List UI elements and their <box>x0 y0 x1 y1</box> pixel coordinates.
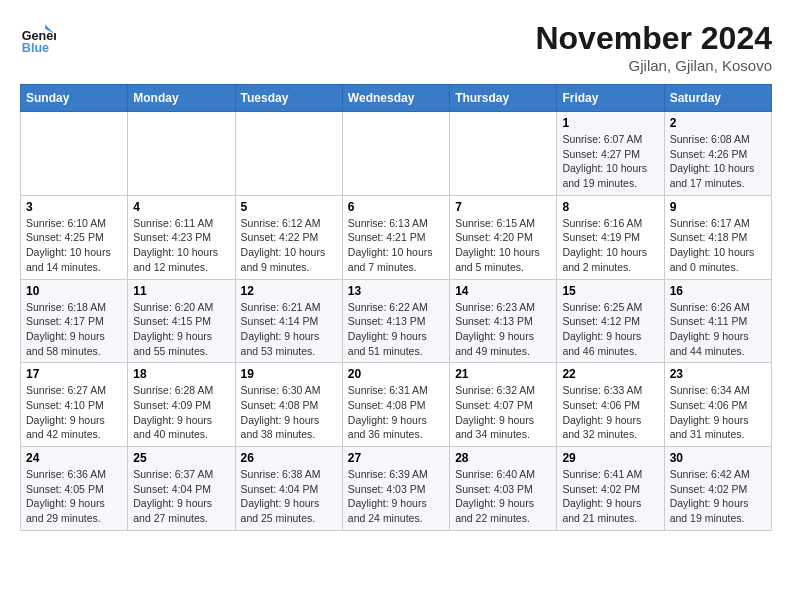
day-detail: Sunrise: 6:10 AM Sunset: 4:25 PM Dayligh… <box>26 216 122 275</box>
calendar-cell: 30Sunrise: 6:42 AM Sunset: 4:02 PM Dayli… <box>664 447 771 531</box>
week-row-4: 17Sunrise: 6:27 AM Sunset: 4:10 PM Dayli… <box>21 363 772 447</box>
calendar-cell: 20Sunrise: 6:31 AM Sunset: 4:08 PM Dayli… <box>342 363 449 447</box>
day-detail: Sunrise: 6:26 AM Sunset: 4:11 PM Dayligh… <box>670 300 766 359</box>
day-number: 25 <box>133 451 229 465</box>
calendar-cell: 18Sunrise: 6:28 AM Sunset: 4:09 PM Dayli… <box>128 363 235 447</box>
day-detail: Sunrise: 6:11 AM Sunset: 4:23 PM Dayligh… <box>133 216 229 275</box>
calendar-cell <box>342 112 449 196</box>
calendar-cell: 15Sunrise: 6:25 AM Sunset: 4:12 PM Dayli… <box>557 279 664 363</box>
day-number: 2 <box>670 116 766 130</box>
day-detail: Sunrise: 6:17 AM Sunset: 4:18 PM Dayligh… <box>670 216 766 275</box>
day-number: 11 <box>133 284 229 298</box>
calendar-cell: 2Sunrise: 6:08 AM Sunset: 4:26 PM Daylig… <box>664 112 771 196</box>
weekday-thursday: Thursday <box>450 85 557 112</box>
calendar-cell: 5Sunrise: 6:12 AM Sunset: 4:22 PM Daylig… <box>235 195 342 279</box>
day-detail: Sunrise: 6:32 AM Sunset: 4:07 PM Dayligh… <box>455 383 551 442</box>
day-number: 15 <box>562 284 658 298</box>
day-number: 29 <box>562 451 658 465</box>
day-detail: Sunrise: 6:21 AM Sunset: 4:14 PM Dayligh… <box>241 300 337 359</box>
calendar-cell: 1Sunrise: 6:07 AM Sunset: 4:27 PM Daylig… <box>557 112 664 196</box>
day-detail: Sunrise: 6:23 AM Sunset: 4:13 PM Dayligh… <box>455 300 551 359</box>
day-number: 28 <box>455 451 551 465</box>
day-detail: Sunrise: 6:39 AM Sunset: 4:03 PM Dayligh… <box>348 467 444 526</box>
day-detail: Sunrise: 6:16 AM Sunset: 4:19 PM Dayligh… <box>562 216 658 275</box>
calendar-cell: 29Sunrise: 6:41 AM Sunset: 4:02 PM Dayli… <box>557 447 664 531</box>
title-block: November 2024 Gjilan, Gjilan, Kosovo <box>535 20 772 74</box>
week-row-5: 24Sunrise: 6:36 AM Sunset: 4:05 PM Dayli… <box>21 447 772 531</box>
weekday-saturday: Saturday <box>664 85 771 112</box>
calendar-cell: 27Sunrise: 6:39 AM Sunset: 4:03 PM Dayli… <box>342 447 449 531</box>
day-number: 24 <box>26 451 122 465</box>
calendar-cell <box>235 112 342 196</box>
day-number: 18 <box>133 367 229 381</box>
month-title: November 2024 <box>535 20 772 57</box>
day-number: 26 <box>241 451 337 465</box>
weekday-sunday: Sunday <box>21 85 128 112</box>
week-row-2: 3Sunrise: 6:10 AM Sunset: 4:25 PM Daylig… <box>21 195 772 279</box>
day-detail: Sunrise: 6:27 AM Sunset: 4:10 PM Dayligh… <box>26 383 122 442</box>
calendar-cell: 19Sunrise: 6:30 AM Sunset: 4:08 PM Dayli… <box>235 363 342 447</box>
calendar-cell: 10Sunrise: 6:18 AM Sunset: 4:17 PM Dayli… <box>21 279 128 363</box>
calendar-cell: 6Sunrise: 6:13 AM Sunset: 4:21 PM Daylig… <box>342 195 449 279</box>
week-row-1: 1Sunrise: 6:07 AM Sunset: 4:27 PM Daylig… <box>21 112 772 196</box>
calendar-cell: 17Sunrise: 6:27 AM Sunset: 4:10 PM Dayli… <box>21 363 128 447</box>
day-number: 17 <box>26 367 122 381</box>
calendar-cell: 28Sunrise: 6:40 AM Sunset: 4:03 PM Dayli… <box>450 447 557 531</box>
day-detail: Sunrise: 6:42 AM Sunset: 4:02 PM Dayligh… <box>670 467 766 526</box>
day-detail: Sunrise: 6:22 AM Sunset: 4:13 PM Dayligh… <box>348 300 444 359</box>
page-header: General Blue November 2024 Gjilan, Gjila… <box>20 20 772 74</box>
calendar-cell: 3Sunrise: 6:10 AM Sunset: 4:25 PM Daylig… <box>21 195 128 279</box>
logo: General Blue <box>20 20 56 56</box>
day-number: 8 <box>562 200 658 214</box>
day-number: 13 <box>348 284 444 298</box>
calendar-cell: 12Sunrise: 6:21 AM Sunset: 4:14 PM Dayli… <box>235 279 342 363</box>
calendar-cell: 4Sunrise: 6:11 AM Sunset: 4:23 PM Daylig… <box>128 195 235 279</box>
day-detail: Sunrise: 6:30 AM Sunset: 4:08 PM Dayligh… <box>241 383 337 442</box>
day-number: 27 <box>348 451 444 465</box>
calendar-cell: 8Sunrise: 6:16 AM Sunset: 4:19 PM Daylig… <box>557 195 664 279</box>
calendar-cell: 16Sunrise: 6:26 AM Sunset: 4:11 PM Dayli… <box>664 279 771 363</box>
day-detail: Sunrise: 6:20 AM Sunset: 4:15 PM Dayligh… <box>133 300 229 359</box>
day-detail: Sunrise: 6:41 AM Sunset: 4:02 PM Dayligh… <box>562 467 658 526</box>
day-detail: Sunrise: 6:15 AM Sunset: 4:20 PM Dayligh… <box>455 216 551 275</box>
weekday-friday: Friday <box>557 85 664 112</box>
day-number: 22 <box>562 367 658 381</box>
calendar-cell: 24Sunrise: 6:36 AM Sunset: 4:05 PM Dayli… <box>21 447 128 531</box>
calendar-cell: 26Sunrise: 6:38 AM Sunset: 4:04 PM Dayli… <box>235 447 342 531</box>
calendar-cell: 7Sunrise: 6:15 AM Sunset: 4:20 PM Daylig… <box>450 195 557 279</box>
day-number: 30 <box>670 451 766 465</box>
location: Gjilan, Gjilan, Kosovo <box>535 57 772 74</box>
calendar-body: 1Sunrise: 6:07 AM Sunset: 4:27 PM Daylig… <box>21 112 772 531</box>
day-number: 19 <box>241 367 337 381</box>
day-detail: Sunrise: 6:40 AM Sunset: 4:03 PM Dayligh… <box>455 467 551 526</box>
day-number: 7 <box>455 200 551 214</box>
day-number: 20 <box>348 367 444 381</box>
day-detail: Sunrise: 6:28 AM Sunset: 4:09 PM Dayligh… <box>133 383 229 442</box>
day-detail: Sunrise: 6:08 AM Sunset: 4:26 PM Dayligh… <box>670 132 766 191</box>
day-number: 12 <box>241 284 337 298</box>
calendar-cell: 11Sunrise: 6:20 AM Sunset: 4:15 PM Dayli… <box>128 279 235 363</box>
day-detail: Sunrise: 6:18 AM Sunset: 4:17 PM Dayligh… <box>26 300 122 359</box>
day-detail: Sunrise: 6:31 AM Sunset: 4:08 PM Dayligh… <box>348 383 444 442</box>
day-number: 21 <box>455 367 551 381</box>
day-number: 4 <box>133 200 229 214</box>
calendar-cell <box>21 112 128 196</box>
calendar-cell: 21Sunrise: 6:32 AM Sunset: 4:07 PM Dayli… <box>450 363 557 447</box>
calendar-table: SundayMondayTuesdayWednesdayThursdayFrid… <box>20 84 772 531</box>
day-number: 6 <box>348 200 444 214</box>
day-detail: Sunrise: 6:33 AM Sunset: 4:06 PM Dayligh… <box>562 383 658 442</box>
calendar-cell: 14Sunrise: 6:23 AM Sunset: 4:13 PM Dayli… <box>450 279 557 363</box>
day-number: 14 <box>455 284 551 298</box>
day-detail: Sunrise: 6:38 AM Sunset: 4:04 PM Dayligh… <box>241 467 337 526</box>
calendar-cell: 22Sunrise: 6:33 AM Sunset: 4:06 PM Dayli… <box>557 363 664 447</box>
weekday-monday: Monday <box>128 85 235 112</box>
day-detail: Sunrise: 6:13 AM Sunset: 4:21 PM Dayligh… <box>348 216 444 275</box>
day-detail: Sunrise: 6:12 AM Sunset: 4:22 PM Dayligh… <box>241 216 337 275</box>
calendar-cell: 9Sunrise: 6:17 AM Sunset: 4:18 PM Daylig… <box>664 195 771 279</box>
calendar-cell <box>128 112 235 196</box>
day-number: 9 <box>670 200 766 214</box>
day-detail: Sunrise: 6:37 AM Sunset: 4:04 PM Dayligh… <box>133 467 229 526</box>
calendar-cell <box>450 112 557 196</box>
week-row-3: 10Sunrise: 6:18 AM Sunset: 4:17 PM Dayli… <box>21 279 772 363</box>
calendar-cell: 25Sunrise: 6:37 AM Sunset: 4:04 PM Dayli… <box>128 447 235 531</box>
